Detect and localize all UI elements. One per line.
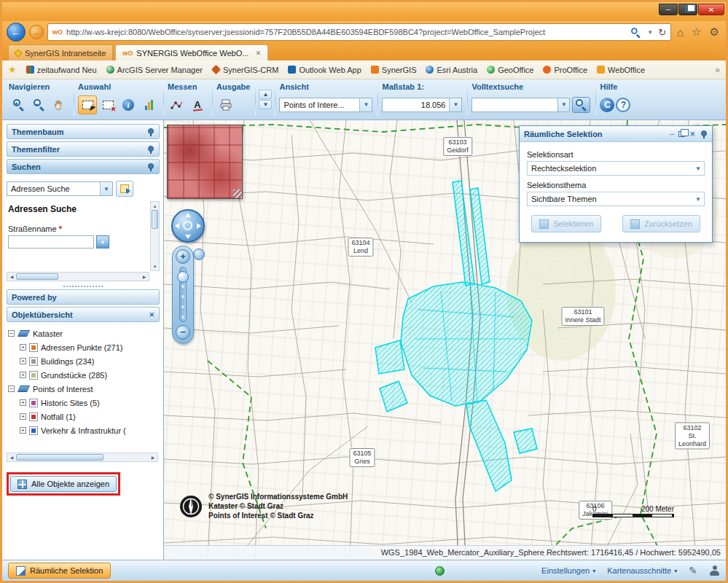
favorite-link-zeitaufwand[interactable]: zeitaufwand Neu — [26, 66, 97, 74]
expand-icon[interactable]: + — [20, 372, 26, 378]
pan-south-icon[interactable] — [185, 235, 191, 239]
user-icon[interactable] — [709, 566, 720, 576]
add-favorite-icon[interactable]: ★ — [8, 64, 17, 75]
zoom-in-button[interactable]: + — [176, 249, 190, 264]
ansicht-dropdown[interactable]: Points of Intere... ▼ — [279, 98, 372, 112]
settings-gear-icon[interactable]: ⚙ — [710, 26, 719, 39]
zoom-handle[interactable] — [177, 271, 189, 283]
close-icon[interactable]: ✕ — [689, 130, 695, 138]
kartenausschnitte-menu[interactable]: Kartenausschnitte ▾ — [607, 566, 677, 575]
collapse-icon[interactable]: − — [8, 330, 15, 337]
overview-map[interactable] — [167, 125, 243, 199]
pin-icon[interactable] — [146, 163, 154, 171]
tree-horizontal-scrollbar[interactable]: ◀ ▶ — [7, 453, 158, 462]
toolbar-down-button[interactable]: ▼ — [259, 100, 272, 109]
chevron-down-icon[interactable]: ▼ — [557, 98, 570, 112]
street-picker-button[interactable]: ▾ — [96, 235, 109, 249]
url-text[interactable]: http://w-ws-krejci:8080/WebOffice/synser… — [66, 28, 626, 36]
fulltext-search-input[interactable] — [471, 98, 557, 112]
window-minimize-button[interactable]: ─ — [659, 4, 678, 15]
show-all-objects-button[interactable]: Alle Objekte anzeigen — [10, 476, 117, 492]
expand-icon[interactable]: + — [20, 358, 26, 364]
add-label-button[interactable]: A — [188, 95, 207, 114]
chevron-down-icon[interactable]: ▼ — [449, 98, 461, 111]
browser-back-button[interactable]: ← — [7, 23, 26, 42]
scroll-thumb[interactable] — [16, 454, 103, 461]
favorite-link-geooffice[interactable]: GeoOffice — [487, 66, 533, 74]
scroll-thumb[interactable] — [16, 273, 58, 280]
favorite-link-esri-austria[interactable]: Esri Austria — [426, 66, 477, 74]
tab-synergis-weboffice[interactable]: wO SYNERGIS WebOffice WebO... ✕ — [115, 44, 268, 60]
panel-suchen[interactable]: Suchen — [7, 159, 160, 174]
overflow-chevron-icon[interactable]: » — [715, 65, 720, 75]
scroll-right-icon[interactable]: ▶ — [149, 453, 157, 461]
help-button[interactable]: ? — [616, 98, 630, 112]
task-raeumliche-selektion[interactable]: Räumliche Selektion — [8, 563, 111, 579]
panel-header[interactable]: Räumliche Selektion ─ ✕ — [520, 126, 712, 142]
pin-icon[interactable] — [146, 145, 154, 154]
expand-icon[interactable]: + — [20, 344, 26, 351]
expand-icon[interactable]: + — [20, 413, 26, 420]
expand-icon[interactable]: + — [20, 399, 26, 406]
tab-synergis-intranetseite[interactable]: SynerGIS Intranetseite — [8, 44, 113, 60]
pan-center-icon[interactable] — [183, 221, 192, 230]
address-field[interactable]: wO http://w-ws-krejci:8080/WebOffice/syn… — [47, 23, 671, 41]
favorite-link-prooffice[interactable]: ProOffice — [543, 66, 587, 74]
edit-pencil-icon[interactable]: ✎ — [689, 565, 697, 576]
zoom-in-button[interactable]: + — [9, 95, 28, 114]
favorite-link-synergis-crm[interactable]: SynerGIS-CRM — [212, 66, 278, 74]
scroll-down-icon[interactable]: ▼ — [151, 262, 159, 270]
restore-icon[interactable] — [678, 131, 685, 137]
panel-themenbaum[interactable]: Themenbaum — [7, 124, 160, 139]
scroll-up-icon[interactable]: ▲ — [151, 202, 159, 210]
pan-control[interactable] — [171, 209, 205, 243]
tree-item-buildings[interactable]: + Buildings (234) — [8, 354, 160, 368]
statistics-button[interactable] — [139, 95, 158, 114]
zoom-slider[interactable]: + − — [172, 246, 194, 344]
splitter-handle[interactable] — [7, 283, 160, 289]
search-icon[interactable] — [630, 27, 641, 37]
einstellungen-menu[interactable]: Einstellungen ▾ — [541, 566, 595, 575]
measure-distance-button[interactable] — [168, 95, 187, 114]
panel-objektuebersicht[interactable]: Objektübersicht ✕ — [7, 307, 160, 322]
zoom-box-button[interactable] — [193, 249, 205, 260]
pan-tool-button[interactable] — [50, 95, 69, 114]
minimize-icon[interactable]: ─ — [670, 130, 674, 138]
favorites-star-icon[interactable]: ☆ — [692, 26, 701, 39]
pan-east-icon[interactable] — [197, 223, 201, 229]
form-horizontal-scrollbar[interactable]: ◀ ▶ — [7, 272, 149, 281]
zoom-out-button[interactable]: − — [176, 325, 190, 340]
tree-item-grundstuecke[interactable]: + Grundstücke (285) — [8, 368, 160, 382]
tree-item-notfall[interactable]: + Notfall (1) — [8, 410, 160, 423]
panel-powered-by[interactable]: Powered by — [7, 289, 160, 305]
tree-item-kataster[interactable]: − Kataster — [8, 326, 160, 340]
chevron-down-icon[interactable]: ▼ — [359, 98, 372, 111]
tree-item-points-of-interest[interactable]: − Points of Interest — [8, 382, 160, 396]
resize-grip-icon[interactable] — [233, 189, 242, 198]
zuruecksetzen-button[interactable]: Zurücksetzen — [622, 215, 700, 232]
pin-icon[interactable] — [700, 130, 708, 138]
selektieren-button[interactable]: Selektieren — [531, 215, 601, 232]
scroll-left-icon[interactable]: ◀ — [7, 273, 16, 281]
print-button[interactable] — [216, 95, 235, 114]
scroll-right-icon[interactable]: ▶ — [140, 273, 149, 281]
zoom-out-button[interactable]: − — [29, 95, 48, 114]
home-icon[interactable]: ⌂ — [677, 26, 684, 39]
map-viewport[interactable]: 63103Geidorf 63104Lend 63101Innere Stadt… — [164, 120, 726, 560]
clear-selection-button[interactable]: ✕ — [98, 95, 117, 114]
scroll-thumb[interactable] — [152, 210, 158, 229]
browser-forward-button[interactable]: → — [29, 25, 44, 39]
identify-button[interactable]: i — [119, 95, 138, 114]
massstab-dropdown[interactable]: 18.056 ▼ — [382, 98, 462, 112]
favorite-link-outlook-web-app[interactable]: Outlook Web App — [288, 66, 361, 74]
window-maximize-button[interactable] — [678, 4, 697, 15]
tree-item-verkehr-infrastruktur[interactable]: + Verkehr & Infrastruktur ( — [8, 423, 160, 437]
selektionsart-dropdown[interactable]: Rechteckselektion ▼ — [527, 161, 705, 176]
toolbar-up-button[interactable]: ▲ — [259, 90, 272, 99]
expand-icon[interactable]: + — [20, 427, 26, 434]
search-button[interactable] — [572, 97, 590, 113]
favorite-link-synergis[interactable]: SynerGIS — [371, 66, 417, 74]
pan-west-icon[interactable] — [175, 223, 179, 229]
panel-themenfilter[interactable]: Themenfilter — [7, 141, 160, 157]
pin-icon[interactable] — [146, 128, 154, 136]
